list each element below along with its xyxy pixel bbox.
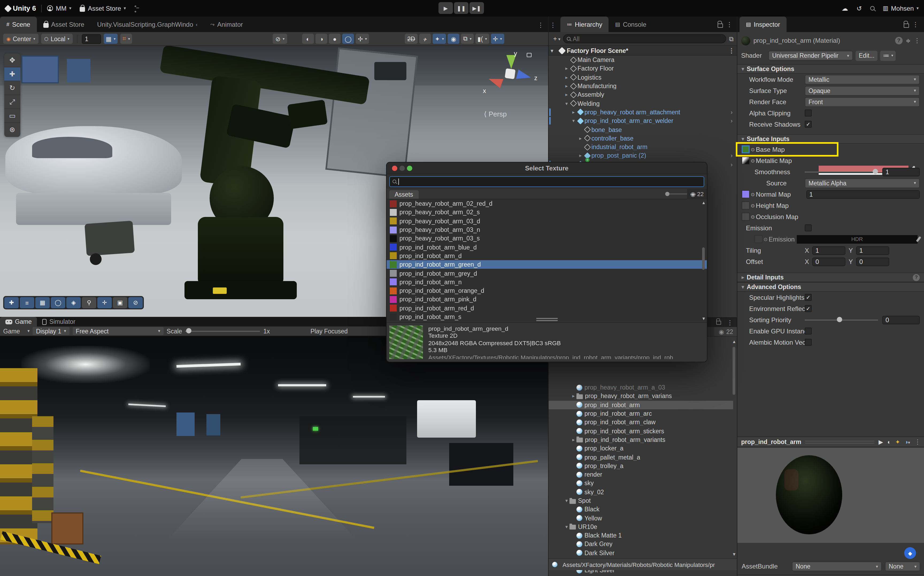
shading-shaded-icon[interactable]: ◯ [342, 34, 354, 44]
grid-visual-icon[interactable]: ▦ [35, 297, 50, 308]
source-dropdown[interactable]: Metallic Alpha▾ [805, 178, 920, 188]
shader-dropdown[interactable]: Universal Render Pipelir▾ [768, 51, 853, 60]
foldout-arrow-icon[interactable] [564, 101, 569, 106]
texture-list-item[interactable]: prop_ind_robot_arm_orange_d [387, 286, 707, 295]
thumbnail-size-slider[interactable] [665, 192, 689, 196]
texture-list-item[interactable]: prop_ind_robot_arm_pink_d [387, 295, 707, 304]
move-overlay-icon[interactable]: ✚ [4, 297, 19, 308]
project-item[interactable]: prop_ind_robot_arm_arc [549, 409, 733, 418]
asset-labels-icon[interactable]: ◆ [904, 547, 916, 559]
project-item[interactable]: UR10e [549, 523, 733, 531]
account-menu[interactable]: MM▾ [47, 5, 71, 12]
project-item[interactable]: prop_ind_robot_arm [549, 400, 733, 409]
surface-type-dropdown[interactable]: Opaque▾ [805, 86, 920, 95]
tab-hierarchy[interactable]: ≔Hierarchy [560, 16, 609, 32]
search-overlay-icon[interactable]: ⚲ [82, 297, 96, 308]
shading-wire-icon[interactable]: ◐ [302, 34, 314, 44]
tab-asset-store[interactable]: Asset Store [37, 16, 91, 32]
project-item[interactable]: Spot [549, 496, 733, 505]
hidden-count-badge[interactable]: ◉ 22 [714, 327, 737, 336]
section-surface-inputs[interactable]: ▾Surface Inputs [737, 134, 924, 144]
grid-snap-button[interactable]: ▦▾ [104, 34, 118, 44]
workflow-mode-dropdown[interactable]: Metallic▾ [805, 75, 920, 84]
sorting-priority-slider[interactable] [805, 319, 878, 320]
tab-simulator[interactable]: Simulator [37, 317, 81, 326]
tab-assets[interactable]: Assets [389, 190, 419, 199]
offset-x-field[interactable]: 0 [812, 257, 845, 266]
user-menu[interactable]: ▥Mohsen▾ [883, 5, 919, 12]
axis-gizmo[interactable]: y x z [478, 49, 543, 107]
texture-list-item[interactable]: prop_ind_robot_arm_d [387, 252, 707, 261]
texture-list-item[interactable]: prop_ind_robot_arm_blue_d [387, 243, 707, 252]
tab-game[interactable]: Game [0, 317, 37, 326]
hierarchy-item[interactable]: prop_post_panic (2) › [549, 152, 737, 160]
normal-map-thumbnail[interactable] [742, 190, 750, 198]
foldout-arrow-icon[interactable] [564, 92, 569, 98]
2d-toggle[interactable]: 2D [405, 34, 418, 44]
project-menu-icon[interactable]: ⋮ [727, 319, 733, 326]
project-lock-icon[interactable] [716, 318, 721, 326]
shading-unlit-icon[interactable]: ● [329, 34, 341, 44]
gpu-instancing-checkbox[interactable] [805, 328, 812, 334]
dialog-title-bar[interactable]: Select Texture [387, 162, 707, 174]
section-detail-inputs[interactable]: ▸Detail Inputs ? [737, 272, 924, 282]
normal-scale-field[interactable]: 1 [806, 190, 920, 198]
assetbundle-variant-dropdown[interactable]: None▾ [885, 562, 920, 571]
rotate-tool[interactable]: ↻ [4, 81, 20, 95]
hierarchy-item[interactable]: Factory Floor › [549, 64, 737, 73]
perspective-label[interactable]: ⟨ Persp [484, 110, 507, 118]
texture-list-item[interactable]: prop_ind_robot_arm_green_d [387, 260, 707, 269]
preview-menu-icon[interactable]: ⋮ [914, 438, 921, 446]
scale-tool[interactable]: ⤢ [4, 95, 20, 109]
emission-checkbox[interactable] [805, 224, 812, 231]
metallic-map-thumbnail[interactable] [742, 157, 750, 165]
dialog-scrollbar[interactable]: ▲ ▼ [701, 200, 706, 321]
play-focused-dropdown[interactable]: Play Focused [310, 328, 348, 334]
texture-list-item[interactable]: prop_heavy_robot_arm_03_n [387, 226, 707, 234]
vertex-snap-icon[interactable]: ◈ [66, 297, 81, 308]
receive-shadows-checkbox[interactable] [805, 121, 812, 128]
pause-button[interactable]: ❚❚ [454, 2, 468, 14]
specular-checkbox[interactable] [805, 294, 812, 301]
pivot-mode-button[interactable]: ◉Center▾ [3, 34, 38, 44]
play-button[interactable]: ▶ [438, 2, 453, 14]
scene-menu-icon[interactable]: ⋮ [728, 47, 735, 54]
texture-list-item[interactable]: prop_heavy_robot_arm_03_d [387, 217, 707, 226]
preview-mesh-icon[interactable]: ◐ [887, 439, 891, 445]
offset-y-field[interactable]: 0 [856, 257, 889, 266]
scene-visibility-toggle[interactable]: ◉ [448, 34, 459, 44]
project-path-bar[interactable]: Assets/XFactory/Materials/Robots/Robotic… [549, 558, 737, 570]
sorting-priority-value[interactable]: 0 [882, 315, 920, 324]
hierarchy-item[interactable]: Assembly › [549, 90, 737, 99]
foldout-arrow-icon[interactable] [571, 110, 576, 115]
debug-draw-button[interactable]: ✢▾ [356, 34, 369, 44]
foldout-arrow-icon[interactable] [571, 118, 576, 123]
preview-header[interactable]: prop_ind_robot_arm ▶ ◐ ✦ ◑▾ ⋮ [737, 437, 924, 447]
project-item[interactable]: Yellow [549, 514, 733, 523]
project-item[interactable]: prop_locker_a [549, 444, 733, 453]
texture-list-item[interactable]: prop_heavy_robot_arm_02_s [387, 208, 707, 217]
shader-list-button[interactable]: ≔▾ [881, 51, 896, 61]
prefab-chevron-icon[interactable]: › [731, 118, 733, 124]
preview-light-icon[interactable]: ✦ [895, 438, 900, 445]
project-item[interactable]: prop_ind_robot_arm_stickers [549, 427, 733, 435]
project-scrollbar[interactable]: ▲ ▼ [732, 339, 736, 557]
foldout-arrow-icon[interactable] [578, 136, 583, 141]
emission-map-thumbnail[interactable] [754, 235, 762, 243]
hierarchy-item[interactable]: Logistics › [549, 73, 737, 82]
add-object-button[interactable]: ＋▾ [552, 34, 560, 43]
effects-toggle[interactable]: ✦▾ [433, 34, 446, 44]
preview-drag-handle[interactable] [805, 440, 874, 443]
close-icon[interactable] [392, 166, 397, 171]
presets-icon[interactable]: ≑ [906, 37, 911, 44]
base-map-row[interactable]: ⊙Base Map [737, 144, 837, 155]
hierarchy-menu-icon[interactable]: ⋮ [726, 21, 733, 28]
project-item[interactable]: sky_02 [549, 488, 733, 496]
alpha-clipping-checkbox[interactable] [805, 110, 812, 117]
project-item[interactable]: Dark Silver [549, 549, 733, 557]
alembic-motion-checkbox[interactable] [805, 339, 812, 346]
prefab-chevron-icon[interactable]: › [731, 152, 733, 159]
material-menu-icon[interactable]: ⋮ [914, 37, 920, 44]
occlusion-map-thumbnail[interactable] [742, 213, 750, 221]
hierarchy-item[interactable]: controller_base › [549, 134, 737, 142]
